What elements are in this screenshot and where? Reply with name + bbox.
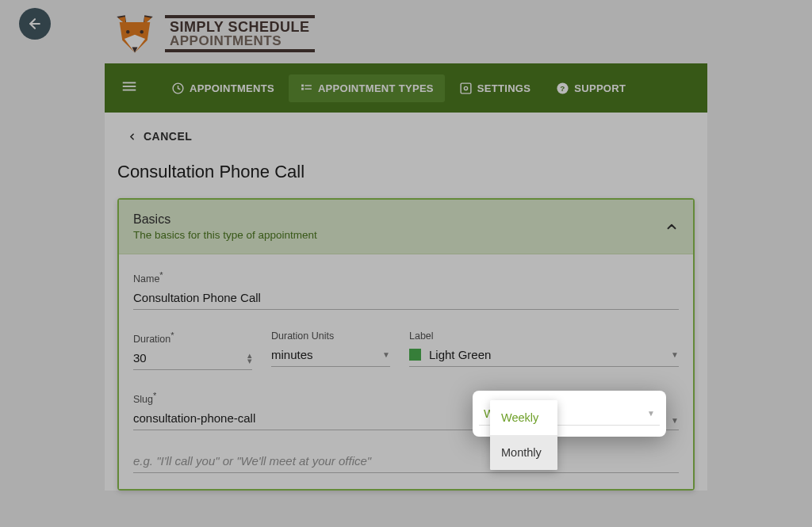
logo-line1: SIMPLY SCHEDULE [170, 20, 310, 34]
chevron-down-icon: ▼ [647, 409, 655, 418]
logo-text: SIMPLY SCHEDULE APPOINTMENTS [165, 15, 315, 52]
chevron-down-icon: ▼ [671, 416, 679, 425]
fox-icon [113, 11, 157, 55]
label-select[interactable]: Light Green ▼ [409, 345, 679, 367]
basics-title: Basics [133, 212, 317, 227]
nav-appointments[interactable]: APPOINTMENTS [160, 74, 285, 102]
chevron-left-icon [127, 132, 137, 142]
color-swatch [409, 349, 421, 361]
duration-units-field: Duration Units minutes ▼ [271, 330, 390, 370]
duration-field: Duration* 30 ▴▾ [133, 330, 252, 370]
svg-point-1 [126, 30, 129, 33]
name-label: Name* [133, 270, 679, 285]
nav-settings-label: SETTINGS [477, 82, 530, 94]
arrow-left-icon [27, 16, 43, 32]
label-field: Label Light Green ▼ [409, 330, 679, 370]
logo-line2: APPOINTMENTS [170, 34, 310, 48]
label-value: Light Green [429, 348, 491, 361]
nav-appointment-types-label: APPOINTMENT TYPES [318, 82, 434, 94]
nav-support[interactable]: ? SUPPORT [545, 74, 637, 102]
nav-appointment-types[interactable]: APPOINTMENT TYPES [289, 74, 445, 102]
svg-point-2 [140, 30, 144, 33]
cancel-label: CANCEL [144, 130, 192, 143]
svg-rect-10 [304, 88, 312, 89]
location-field [133, 451, 679, 473]
chevron-up-icon [665, 220, 679, 234]
svg-rect-5 [123, 90, 136, 91]
basics-body: Name* Duration* 30 ▴▾ Duration Units [119, 254, 693, 489]
hamburger-menu[interactable] [114, 71, 144, 105]
duration-label: Duration* [133, 330, 252, 345]
duration-units-select[interactable]: minutes ▼ [271, 345, 390, 367]
basics-panel-header[interactable]: Basics The basics for this type of appoi… [119, 200, 693, 254]
svg-rect-7 [301, 84, 304, 86]
list-icon [300, 82, 313, 95]
navbar: APPOINTMENTS APPOINTMENT TYPES SETTINGS … [105, 63, 707, 113]
nav-appointments-label: APPOINTMENTS [190, 82, 274, 94]
clock-icon [171, 82, 185, 95]
name-input[interactable] [133, 288, 679, 310]
basics-panel: Basics The basics for this type of appoi… [117, 198, 695, 491]
duration-units-label: Duration Units [271, 330, 390, 342]
label-label: Label [409, 330, 679, 342]
duration-stepper[interactable]: 30 ▴▾ [133, 348, 252, 370]
svg-rect-8 [304, 85, 312, 86]
slug-field: Slug* [133, 391, 501, 430]
location-input[interactable] [133, 451, 679, 473]
menu-icon [121, 78, 138, 95]
help-icon: ? [556, 82, 569, 95]
svg-rect-4 [123, 86, 136, 87]
svg-rect-9 [301, 87, 304, 90]
svg-text:?: ? [561, 84, 565, 93]
svg-point-14 [464, 86, 467, 90]
nav-support-label: SUPPORT [574, 82, 626, 94]
basics-subtitle: The basics for this type of appointment [133, 229, 317, 241]
slug-label: Slug* [133, 391, 501, 405]
gear-box-icon [459, 82, 473, 95]
duration-units-value: minutes [271, 348, 313, 361]
availability-menu: Weekly Monthly [490, 400, 557, 470]
cancel-button[interactable]: CANCEL [105, 113, 707, 154]
availability-option-monthly[interactable]: Monthly [490, 435, 557, 470]
availability-dropdown-popover: Weekly ▼ Weekly Monthly [473, 391, 666, 437]
chevron-down-icon: ▼ [382, 350, 390, 359]
duration-value: 30 [133, 351, 147, 365]
stepper-arrows-icon: ▴▾ [247, 353, 252, 364]
page-title: Consultation Phone Call [105, 154, 707, 198]
name-field: Name* [133, 270, 679, 310]
logo: SIMPLY SCHEDULE APPOINTMENTS [105, 0, 707, 63]
availability-option-weekly[interactable]: Weekly [490, 400, 557, 435]
chevron-down-icon: ▼ [671, 350, 679, 359]
nav-settings[interactable]: SETTINGS [448, 74, 542, 102]
slug-input[interactable] [133, 408, 501, 430]
svg-rect-13 [461, 83, 471, 94]
svg-rect-3 [123, 82, 136, 84]
back-button[interactable] [19, 8, 51, 40]
